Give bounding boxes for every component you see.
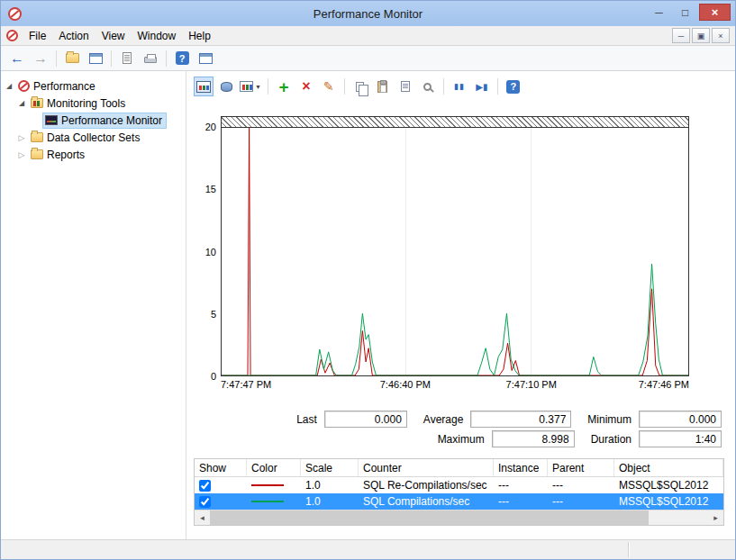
chart-series-svg [222, 128, 688, 375]
header-scale[interactable]: Scale [301, 459, 359, 476]
x-tick: 7:46:40 PM [380, 379, 431, 390]
delete-x-icon: × [302, 79, 310, 94]
reports-folder-icon [31, 149, 43, 159]
toolbar-separator [56, 50, 57, 67]
counter-scale: 1.0 [301, 479, 359, 492]
expander-open-icon[interactable]: ◢ [15, 99, 28, 107]
header-color[interactable]: Color [247, 459, 301, 476]
view-log-data-button[interactable] [216, 77, 236, 96]
counter-table-header: Show Color Scale Counter Instance Parent… [195, 459, 723, 477]
header-instance[interactable]: Instance [494, 459, 548, 476]
menu-file[interactable]: File [23, 27, 52, 45]
last-value: 0.000 [324, 411, 407, 428]
console-tree: ◢ Performance ◢ Monitoring Tools Perform… [1, 71, 186, 539]
minimize-button[interactable]: ─ [647, 4, 671, 21]
tree-item-data-collector-sets[interactable]: ▷ Data Collector Sets [1, 129, 186, 146]
counter-row[interactable]: 1.0 SQL Re-Compilations/sec --- --- MSSQ… [195, 477, 723, 493]
paste-counter-list-button[interactable] [373, 77, 393, 96]
title-bar: Performance Monitor ─ □ × [1, 1, 735, 26]
log-data-icon [221, 82, 232, 92]
up-one-level-button[interactable] [61, 49, 83, 68]
zoom-button[interactable] [418, 77, 438, 96]
step-forward-icon: ▶▮ [476, 82, 487, 92]
mdi-window-controls: ─ ▣ × [672, 28, 730, 43]
menu-view[interactable]: View [95, 27, 132, 45]
menu-help[interactable]: Help [182, 27, 217, 45]
show-checkbox[interactable] [199, 480, 211, 492]
back-arrow-icon: ← [10, 50, 24, 67]
main-area: ◢ Performance ◢ Monitoring Tools Perform… [1, 71, 735, 539]
maximize-button[interactable]: □ [673, 4, 697, 21]
delete-counter-button[interactable]: × [296, 77, 316, 96]
expander-open-icon[interactable]: ◢ [3, 82, 15, 90]
print-button[interactable] [140, 49, 161, 68]
scroll-right-arrow-icon[interactable]: ▸ [708, 510, 723, 525]
maximum-value: 8.998 [492, 430, 575, 447]
expander-closed-icon[interactable]: ▷ [15, 150, 28, 159]
properties-button[interactable] [395, 77, 415, 96]
export-list-button[interactable] [116, 49, 138, 68]
header-object[interactable]: Object [614, 459, 723, 476]
horizontal-scrollbar[interactable]: ◂ ▸ [195, 510, 723, 525]
view-current-activity-button[interactable] [194, 77, 214, 96]
y-tick: 0 [211, 371, 216, 382]
highlight-button[interactable]: ✎ [319, 77, 339, 96]
tree-item-label: Monitoring Tools [47, 97, 125, 110]
tree-item-reports[interactable]: ▷ Reports [1, 146, 186, 163]
menu-action[interactable]: Action [52, 27, 95, 45]
chart-hatch-band [221, 116, 689, 127]
header-parent[interactable]: Parent [548, 459, 614, 476]
toolbar-separator [497, 78, 498, 95]
show-checkbox[interactable] [199, 496, 211, 508]
tree-item-monitoring-tools[interactable]: ◢ Monitoring Tools [1, 95, 186, 112]
window-controls: ─ □ × [647, 4, 731, 21]
counter-name: SQL Compilations/sec [359, 495, 494, 508]
header-show[interactable]: Show [195, 459, 247, 476]
update-data-button[interactable]: ▶▮ [472, 77, 492, 96]
forward-button[interactable]: → [30, 49, 51, 68]
back-button[interactable]: ← [6, 49, 28, 68]
expander-closed-icon[interactable]: ▷ [15, 133, 28, 142]
scroll-left-arrow-icon[interactable]: ◂ [195, 510, 210, 525]
help-button[interactable]: ? [171, 49, 193, 68]
pm-toolbar: ▼ + × ✎ ▮▮ ▶▮ ? [186, 71, 735, 102]
counter-row[interactable]: 1.0 SQL Compilations/sec --- --- MSSQL$S… [195, 493, 723, 510]
counter-name: SQL Re-Compilations/sec [359, 479, 494, 492]
printer-icon [144, 57, 157, 63]
average-value: 0.377 [470, 411, 571, 428]
menu-bar: File Action View Window Help ─ ▣ × [1, 26, 735, 46]
new-window-button[interactable] [195, 49, 216, 68]
properties-icon [401, 81, 410, 92]
y-tick: 15 [205, 184, 216, 194]
minimum-label: Minimum [587, 413, 632, 426]
plus-icon: + [278, 78, 288, 95]
toolbar-separator [344, 78, 345, 95]
y-tick: 20 [205, 122, 216, 132]
add-counter-button[interactable]: + [274, 77, 294, 96]
pm-help-button[interactable]: ? [504, 77, 523, 96]
scrollbar-thumb[interactable] [210, 510, 649, 525]
toolbar-separator [443, 78, 444, 95]
tree-item-performance[interactable]: ◢ Performance [1, 77, 186, 95]
close-button[interactable]: × [699, 4, 731, 21]
mdi-close-button[interactable]: × [712, 28, 730, 43]
maximum-label: Maximum [438, 433, 485, 446]
mdi-restore-button[interactable]: ▣ [692, 28, 710, 43]
y-tick: 5 [211, 309, 216, 320]
app-window: Performance Monitor ─ □ × File Action Vi… [0, 0, 736, 560]
tree-item-performance-monitor[interactable]: Performance Monitor [1, 112, 186, 129]
toolbar-separator [111, 50, 112, 67]
counter-color-swatch [251, 484, 284, 486]
performance-monitor-icon [45, 115, 58, 125]
header-counter[interactable]: Counter [359, 459, 494, 476]
freeze-display-button[interactable]: ▮▮ [450, 77, 469, 96]
mdi-minimize-button[interactable]: ─ [672, 28, 690, 43]
scrollbar-track[interactable] [210, 510, 708, 525]
copy-properties-button[interactable] [350, 77, 370, 96]
tree-item-label: Reports [47, 149, 85, 161]
data-collector-sets-folder-icon [31, 132, 43, 142]
chart-type-icon [240, 81, 253, 92]
menu-window[interactable]: Window [132, 27, 183, 45]
chart-type-button[interactable]: ▼ [239, 77, 262, 96]
show-console-tree-button[interactable] [85, 49, 106, 68]
